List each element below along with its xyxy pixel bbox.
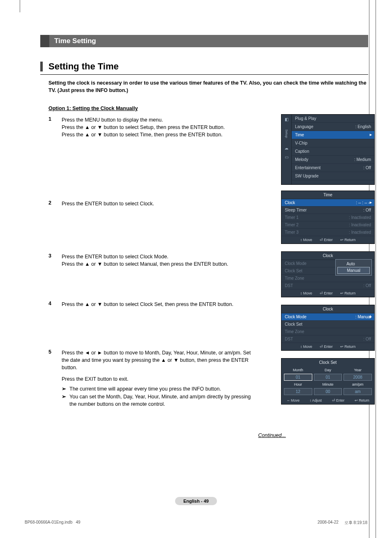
clock-value: 00	[314, 388, 342, 395]
osd-row: Caption	[292, 147, 374, 156]
crop-mark	[376, 0, 376, 538]
option-title: Option 1: Setting the Clock Manually	[48, 106, 368, 111]
step-line: Press the ◄ or ► button to move to Month…	[62, 349, 257, 371]
osd-clock-set: Clock Set Month Day Year 01 01 2008 Hour…	[281, 358, 375, 405]
osd-row: Clock Set	[281, 321, 374, 328]
osd-hint: ↔ Move	[286, 398, 300, 402]
step-number: 4	[48, 301, 54, 308]
osd-label: Timer 3	[285, 230, 299, 235]
osd-footer: ↕ Move ⏎ Enter ↩ Return	[281, 236, 374, 244]
osd-row: Entertainment: Off	[292, 164, 374, 172]
topic-bar: Time Setting	[40, 35, 368, 47]
osd-value: : English	[355, 124, 371, 129]
osd-hint: ↩ Return	[340, 345, 356, 349]
osd-row: V-Chip	[292, 139, 374, 147]
enter-icon: ⏎	[320, 291, 323, 295]
section-underline	[40, 74, 368, 75]
clock-value: am	[344, 388, 372, 395]
osd-footer: ↕ Move ⏎ Enter ↩ Return	[281, 290, 374, 297]
return-icon: ↩	[340, 345, 344, 349]
clock-mode-popup: Auto Manual	[335, 259, 372, 276]
manual-page: Time Setting Setting the Time Setting th…	[0, 0, 392, 538]
step-line: Press the ▲ or ▼ button to select Clock …	[62, 301, 233, 308]
osd-time-menu: Time Clock: -- : -- -- Sleep Timer: Off …	[281, 191, 375, 244]
return-icon: ↩	[340, 291, 344, 295]
step-line: Press the MENU button to display the men…	[62, 116, 225, 124]
enter-icon: ⏎	[320, 238, 323, 242]
osd-row-highlighted: Clock Mode: Manual	[281, 313, 374, 321]
osd-row: Time Zone	[281, 275, 374, 282]
osd-label: Time Zone	[285, 276, 304, 280]
osd-label: Plug & Play	[295, 116, 316, 121]
osd-title: Time	[281, 191, 374, 199]
crop-mark	[20, 0, 20, 12]
section-heading: Setting the Time	[40, 61, 368, 72]
osd-label: Timer 2	[285, 223, 299, 227]
column-header: Year	[344, 368, 372, 372]
osd-value: : Off	[363, 208, 371, 212]
osd-value: : Inactivated	[349, 230, 371, 235]
osd-row: Timer 1: Inactivated	[281, 214, 374, 221]
section-title: Setting the Time	[48, 61, 119, 72]
step-number: 5	[48, 349, 54, 408]
osd-hint: ↩ Return	[355, 398, 369, 402]
osd-hint: ⏎ Enter	[332, 398, 345, 402]
clock-set-grid: Month Day Year 01 01 2008 Hour Minute am…	[281, 366, 374, 397]
osd-footer: ↔ Move ↕ Adjust ⏎ Enter ↩ Return	[281, 397, 374, 404]
step-line: Press the ENTER button to select Clock M…	[62, 253, 228, 260]
sound-tab-icon: ☁	[281, 143, 291, 152]
osd-title: Clock	[281, 305, 374, 313]
osd-hint: ⏎ Enter	[320, 238, 333, 242]
enter-icon: ⏎	[332, 398, 335, 402]
clock-value: 12	[284, 388, 312, 395]
picture-tab-icon: ◧	[281, 115, 291, 124]
osd-value: : Off	[363, 337, 371, 341]
osd-title: Clock	[281, 252, 374, 260]
return-icon: ↩	[340, 238, 344, 242]
column-header: am/pm	[344, 382, 372, 386]
osd-label: Caption	[295, 149, 309, 154]
osd-label: Melody	[295, 157, 308, 162]
osd-value: : Off	[363, 166, 371, 170]
column-header: Day	[314, 368, 342, 372]
osd-clock-menu-popup: Clock Clock Mode Clock Set Time Zone DST…	[281, 251, 375, 297]
osd-label: SW Upgrade	[295, 174, 318, 178]
popup-option-selected: Manual	[337, 267, 370, 274]
osd-label: Clock Set	[285, 269, 302, 273]
osd-value: : Medium	[354, 157, 371, 162]
osd-value: : Inactivated	[349, 223, 371, 227]
osd-row: Timer 2: Inactivated	[281, 221, 374, 229]
osd-label: V-Chip	[295, 141, 307, 145]
step-line: Press the ▲ or ▼ button to select Time, …	[62, 131, 225, 138]
osd-hint: ↕ Move	[300, 291, 312, 295]
clock-value: 2008	[344, 374, 372, 381]
tips: ➢The current time will appear every time…	[62, 385, 257, 407]
continued-label: Continued...	[247, 432, 297, 438]
popup-option: Auto	[337, 261, 370, 267]
osd-hint: ⏎ Enter	[320, 291, 333, 295]
step-number: 3	[48, 253, 54, 268]
tip: ➢You can set the Month, Day, Year, Hour,…	[62, 393, 257, 408]
clock-value: 01	[314, 374, 342, 381]
setup-tab-label: Setup	[281, 124, 291, 143]
osd-footer: ↕ Move ⏎ Enter ↩ Return	[281, 343, 374, 350]
meta-file: BP68-00666A-01Eng.indb 49	[25, 520, 81, 526]
moveh-icon: ↔	[286, 398, 290, 402]
osd-row: Language: English	[292, 123, 374, 131]
step-line: Press the ▲ or ▼ button to select Manual…	[62, 260, 228, 268]
osd-label: Time Zone	[285, 329, 304, 334]
osd-row: Plug & Play	[292, 115, 374, 123]
osd-row: Timer 3: Inactivated	[281, 229, 374, 236]
osd-label: DST	[285, 337, 293, 341]
tip: ➢The current time will appear every time…	[62, 385, 257, 393]
osd-label: Clock Mode	[285, 261, 307, 266]
column-header: Hour	[284, 382, 312, 386]
print-metadata: BP68-00666A-01Eng.indb 49 2008-04-22오후 8…	[25, 520, 367, 526]
column-header: Month	[284, 368, 312, 372]
osd-value: : -- : -- --	[356, 200, 371, 205]
osd-label: Timer 1	[285, 215, 299, 220]
osd-label: Clock	[285, 200, 295, 205]
osd-label: DST	[285, 283, 293, 288]
tip-icon: ➢	[62, 385, 66, 393]
return-icon: ↩	[355, 398, 358, 402]
